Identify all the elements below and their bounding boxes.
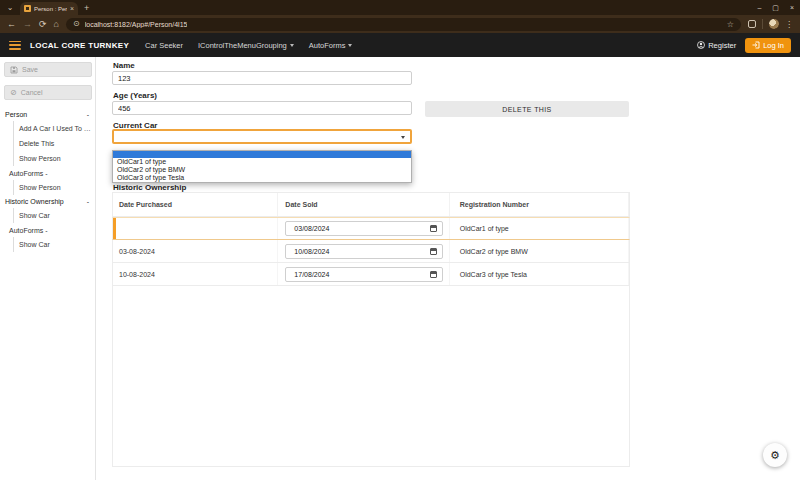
favicon (24, 5, 31, 12)
date-sold-cell: 03/08/2024 (278, 218, 449, 239)
window-minimize-button[interactable]: – (757, 4, 761, 11)
nav-item-autoforms[interactable]: AutoForms (309, 41, 353, 50)
date-sold-cell: 17/08/2024 (278, 263, 449, 285)
collapse-indicator: - (87, 111, 89, 118)
name-label: Name (113, 61, 135, 70)
date-sold-input[interactable]: 17/08/2024 (285, 267, 443, 282)
login-label: Log In (763, 41, 784, 50)
calendar-icon[interactable] (430, 271, 437, 278)
tab-search-chevron-icon[interactable]: ⌄ (0, 0, 20, 15)
calendar-icon[interactable] (430, 225, 437, 232)
table-row[interactable]: 03/08/2024 OldCar1 of type (112, 217, 630, 240)
age-input[interactable] (112, 101, 412, 115)
sidebar-subsection-autoforms[interactable]: AutoForms - (0, 166, 95, 180)
app-navbar: LOCAL CORE TURNKEY Car Seeker IControlTh… (0, 33, 800, 57)
login-icon (752, 41, 760, 49)
historic-ownership-grid: Date Purchased Date Sold Registration Nu… (112, 192, 630, 467)
table-row[interactable]: 03-08-2024 10/08/2024 OldCar2 of type BM… (112, 240, 630, 263)
delete-this-button[interactable]: DELETE THIS (425, 101, 629, 117)
caret-down-icon (290, 44, 294, 47)
date-purchased-cell[interactable]: 03-08-2024 (113, 240, 278, 262)
tab-close-icon[interactable]: × (70, 5, 74, 12)
forward-icon[interactable]: → (23, 20, 32, 29)
current-car-dropdown: OldCar1 of type OldCar2 of type BMW OldC… (112, 150, 412, 183)
register-label: Register (708, 41, 736, 50)
column-header-date-purchased: Date Purchased (113, 193, 278, 216)
tab-title: Person : Person: 123 (34, 6, 67, 12)
nav-item-label: Car Seeker (145, 41, 183, 50)
cancel-icon: ⊘ (10, 89, 17, 97)
grid-header-row: Date Purchased Date Sold Registration Nu… (112, 192, 630, 217)
profile-avatar[interactable] (769, 19, 779, 29)
person-icon (697, 41, 705, 49)
registration-cell: OldCar3 of type Tesla (450, 263, 629, 285)
nav-item-icontrolthemenugrouping[interactable]: IControlTheMenuGrouping (198, 41, 294, 50)
historic-ownership-heading: Historic Ownership (113, 183, 186, 192)
date-sold-input[interactable]: 10/08/2024 (285, 244, 443, 259)
browser-tab[interactable]: Person : Person: 123 × (20, 2, 78, 15)
save-label: Save (22, 66, 38, 73)
register-link[interactable]: Register (697, 41, 736, 50)
dropdown-option-blank-selected[interactable] (113, 151, 411, 158)
login-button[interactable]: Log In (745, 38, 791, 53)
table-row[interactable]: 10-08-2024 17/08/2024 OldCar3 of type Te… (112, 263, 630, 286)
sidebar: Save ⊘ Cancel Person - Add A Car I Used … (0, 57, 96, 480)
sidebar-subsection-autoforms-2[interactable]: AutoForms - (0, 223, 95, 237)
registration-cell: OldCar1 of type (450, 218, 629, 239)
column-header-registration-number: Registration Number (450, 193, 629, 216)
browser-toolbar: ← → ⟳ ⌂ ⊙ localhost:8182/App#/Person/4l1… (0, 15, 800, 33)
brand-title[interactable]: LOCAL CORE TURNKEY (30, 41, 129, 50)
date-purchased-cell[interactable]: 10-08-2024 (113, 263, 278, 285)
save-button[interactable]: Save (4, 62, 92, 77)
sidebar-item-show-person-autoforms[interactable]: Show Person (13, 180, 95, 195)
date-value: 10/08/2024 (294, 248, 430, 255)
cancel-button[interactable]: ⊘ Cancel (4, 85, 92, 100)
sidebar-item-show-car[interactable]: Show Car (13, 208, 95, 223)
address-bar[interactable]: ⊙ localhost:8182/App#/Person/4l15 ☆ (66, 18, 741, 31)
gear-icon: ⚙ (770, 449, 780, 462)
sidebar-item-show-person[interactable]: Show Person (13, 151, 95, 166)
sidebar-section-person[interactable]: Person - (0, 108, 95, 121)
calendar-icon[interactable] (430, 248, 437, 255)
current-car-select[interactable] (112, 129, 412, 144)
grid-empty-area (112, 286, 630, 467)
extensions-icon[interactable] (748, 20, 756, 28)
reload-icon[interactable]: ⟳ (39, 20, 47, 29)
cancel-label: Cancel (21, 89, 43, 96)
settings-fab[interactable]: ⚙ (763, 443, 787, 467)
site-settings-icon[interactable]: ⊙ (73, 20, 80, 28)
collapse-indicator: - (87, 198, 89, 205)
section-label: Person (5, 111, 27, 118)
nav-item-car-seeker[interactable]: Car Seeker (145, 41, 183, 50)
date-sold-cell: 10/08/2024 (278, 240, 449, 262)
sidebar-item-show-car-autoforms[interactable]: Show Car (13, 237, 95, 252)
bookmark-star-icon[interactable]: ☆ (727, 20, 734, 29)
nav-item-label: IControlTheMenuGrouping (198, 41, 287, 50)
registration-cell: OldCar2 of type BMW (450, 240, 629, 262)
section-label: Historic Ownership (5, 198, 64, 205)
dropdown-option-oldcar3[interactable]: OldCar3 of type Tesla (113, 174, 411, 182)
caret-down-icon (401, 136, 405, 139)
date-purchased-cell[interactable] (113, 218, 278, 239)
name-input[interactable] (112, 71, 412, 85)
back-icon[interactable]: ← (7, 20, 16, 29)
main-content: Name Age (Years) DELETE THIS Current Car… (96, 57, 800, 480)
home-icon[interactable]: ⌂ (54, 20, 59, 29)
window-close-button[interactable]: × (790, 4, 794, 11)
new-tab-button[interactable]: + (84, 3, 89, 13)
window-maximize-button[interactable]: ▢ (772, 4, 779, 12)
nav-item-label: AutoForms (309, 41, 346, 50)
sidebar-item-delete-this[interactable]: Delete This (13, 136, 95, 151)
date-value: 03/08/2024 (294, 225, 430, 232)
dropdown-option-oldcar2[interactable]: OldCar2 of type BMW (113, 166, 411, 174)
toolbar-divider (762, 19, 763, 29)
sidebar-item-add-a-car[interactable]: Add A Car I Used To Own... (13, 121, 95, 136)
column-header-date-sold: Date Sold (278, 193, 449, 216)
browser-tab-strip: ⌄ Person : Person: 123 × + – ▢ × (0, 0, 800, 15)
date-sold-input[interactable]: 03/08/2024 (285, 221, 443, 236)
dropdown-option-oldcar1[interactable]: OldCar1 of type (113, 158, 411, 166)
sidebar-section-historic-ownership[interactable]: Historic Ownership - (0, 195, 95, 208)
menu-icon[interactable] (9, 41, 21, 50)
kebab-menu-icon[interactable]: ⋮ (785, 20, 793, 29)
save-icon (10, 66, 18, 74)
